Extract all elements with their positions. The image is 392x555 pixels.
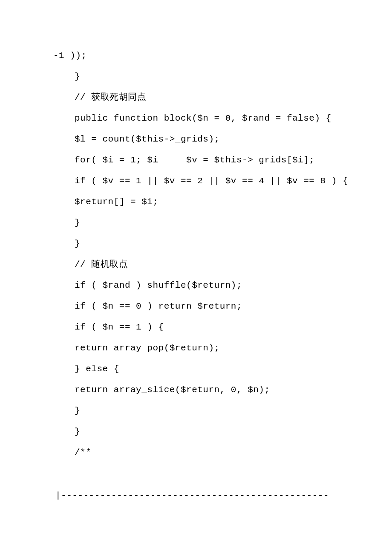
code-line-comment-block: /** (53, 448, 366, 457)
code-line: for( $i = 1; $i $v = $this->_grids[$i]; (53, 156, 366, 165)
code-line-comment: // 随机取点 (53, 260, 366, 269)
code-line-comment: // 获取死胡同点 (53, 93, 366, 102)
code-line: } (53, 406, 366, 415)
code-line: } (53, 427, 366, 436)
code-line: return array_pop($return); (53, 344, 366, 353)
code-line: } else { (53, 364, 366, 373)
separator-section: |---------------------------------------… (53, 491, 366, 500)
code-line: if ( $n == 0 ) return $return; (53, 302, 366, 311)
code-line: } (53, 218, 366, 227)
code-line: $l = count($this->_grids); (53, 135, 366, 144)
code-line: $return[] = $i; (53, 197, 366, 206)
horizontal-separator: |---------------------------------------… (55, 491, 366, 500)
code-line: public function block($n = 0, $rand = fa… (53, 114, 366, 123)
code-line: return array_slice($return, 0, $n); (53, 385, 366, 394)
code-line: -1 )); (53, 51, 366, 60)
code-line: } (53, 72, 366, 81)
code-line: if ( $rand ) shuffle($return); (53, 281, 366, 290)
code-line: if ( $n == 1 ) { (53, 323, 366, 332)
code-line: } (53, 239, 366, 248)
code-line: if ( $v == 1 || $v == 2 || $v == 4 || $v… (53, 176, 366, 185)
